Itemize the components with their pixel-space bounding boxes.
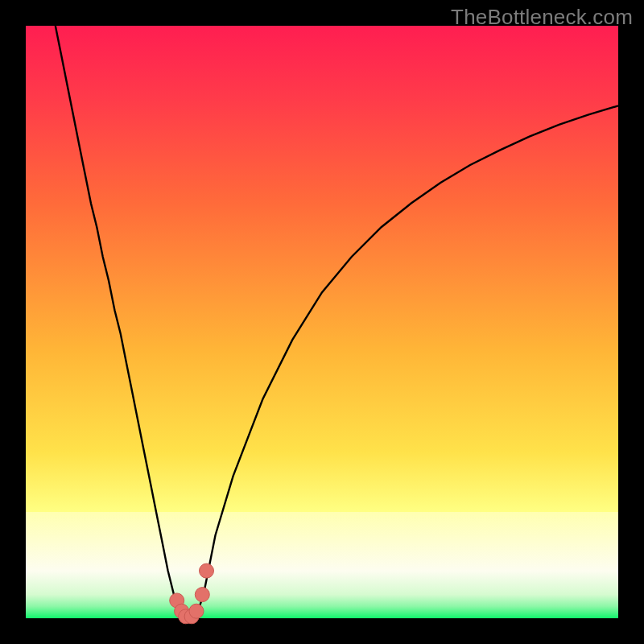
valley-marker bbox=[195, 588, 209, 602]
plot-background bbox=[26, 26, 618, 618]
chart-frame: TheBottleneck.com bbox=[0, 0, 644, 644]
valley-marker bbox=[200, 564, 214, 578]
valley-marker bbox=[189, 604, 204, 618]
chart-svg bbox=[0, 0, 644, 644]
watermark-text: TheBottleneck.com bbox=[451, 5, 633, 30]
